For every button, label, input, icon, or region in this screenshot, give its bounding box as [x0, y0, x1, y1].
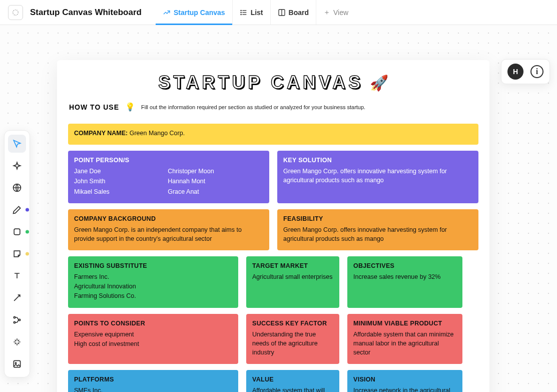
view-label: Board	[289, 9, 309, 17]
list-item: Farming Solutions Co.	[74, 291, 232, 300]
sticky-note-tool[interactable]	[8, 245, 26, 263]
body: Green Mango Corp. offers innovative harv…	[283, 167, 472, 185]
pen-tool[interactable]	[8, 201, 26, 219]
point-persons-list: Jane Doe Christoper Moon John Smith Hann…	[74, 167, 263, 196]
heading: MINIMUM VIABLE PRODUCT	[353, 319, 456, 328]
svg-point-15	[15, 362, 17, 364]
company-name-value: Green Mango Corp.	[130, 130, 185, 137]
list-item: Farmers Inc.	[74, 272, 232, 281]
view-label: List	[251, 9, 263, 17]
svg-point-12	[14, 321, 15, 323]
shape-tool[interactable]	[8, 223, 26, 241]
heading: SUCCESS KEY FACTOR	[252, 319, 333, 328]
cell-target-market[interactable]: TARGET MARKET Agricultural small enterpr…	[246, 256, 339, 308]
body: Increase sales revenue by 32%	[353, 272, 456, 281]
cell-points-to-consider[interactable]: POINTS TO CONSIDER Expensive equipment H…	[68, 314, 238, 364]
cell-company-background[interactable]: COMPANY BACKGROUND Green Mango Corp. is …	[68, 209, 269, 250]
svg-point-13	[19, 319, 20, 320]
cell-existing-substitute[interactable]: EXISTING SUBSTITUTE Farmers Inc. Agricul…	[68, 256, 238, 308]
heading: FEASIBILITY	[283, 214, 472, 223]
cell-platforms[interactable]: PLATFORMS SMEs Inc. Social Media Partner…	[68, 370, 238, 392]
cell-value[interactable]: VALUE Affordable system that will lessen…	[246, 370, 339, 392]
view-label: Startup Canvas	[174, 9, 225, 17]
heading: TARGET MARKET	[252, 261, 333, 270]
view-label: View	[333, 9, 348, 17]
heading: PLATFORMS	[74, 375, 232, 384]
body: Affordable system that will lessen the m…	[252, 386, 333, 392]
cell-vision[interactable]: VISION Increase network in the agricultu…	[347, 370, 462, 392]
text-tool[interactable]	[8, 267, 26, 285]
shape-color-dot	[26, 230, 29, 234]
floating-user-info: H i	[501, 59, 550, 84]
expand-index-button[interactable]	[8, 5, 23, 20]
left-toolbar	[4, 130, 30, 377]
heading: EXISTING SUBSTITUTE	[74, 261, 232, 270]
svg-point-11	[14, 316, 15, 318]
view-board[interactable]: Board	[270, 0, 316, 25]
heading: KEY SOLUTION	[283, 156, 472, 165]
list-item: Mikael Sales	[74, 187, 159, 196]
heading: VALUE	[252, 375, 333, 384]
pen-color-dot	[26, 208, 29, 212]
svg-point-5	[241, 12, 241, 13]
cell-key-solution[interactable]: KEY SOLUTION Green Mango Corp. offers in…	[277, 151, 478, 203]
body: Affordable system that can minimize manu…	[353, 330, 456, 357]
list-item: Jane Doe	[74, 167, 159, 176]
heading: POINTS TO CONSIDER	[74, 319, 232, 328]
image-tool[interactable]	[8, 355, 26, 373]
howto-section: HOW TO USE 💡 Fill out the information re…	[57, 102, 489, 118]
add-view[interactable]: ＋ View	[316, 0, 355, 25]
list-item: Agricultural Innovation	[74, 282, 232, 291]
body: Green Mango Corp. offers innovative harv…	[283, 225, 472, 243]
ai-tool[interactable]	[8, 157, 26, 175]
heading: POINT PERSON/S	[74, 156, 263, 165]
diagram-tool[interactable]	[8, 311, 26, 329]
view-startup-canvas[interactable]: Startup Canvas	[156, 0, 232, 25]
board-title-text: STARTUP CANVAS	[158, 72, 363, 93]
body: Increase network in the agricultural sec…	[353, 386, 456, 392]
cell-company-name[interactable]: COMPANY NAME: Green Mango Corp.	[68, 124, 478, 145]
svg-point-6	[241, 14, 241, 15]
body: Understanding the true needs of the agri…	[252, 330, 333, 357]
cell-success-factor[interactable]: SUCCESS KEY FACTOR Understanding the tru…	[246, 314, 339, 364]
board-title: STARTUP CANVAS 🚀	[57, 72, 489, 93]
page-title: Startup Canvas Whiteboard	[30, 8, 142, 18]
body: Agricultural small enterprises	[252, 272, 333, 281]
svg-rect-14	[14, 360, 20, 367]
heading: VISION	[353, 375, 456, 384]
svg-rect-10	[14, 229, 20, 235]
list-item: Grace Anat	[168, 187, 263, 196]
web-tool[interactable]	[8, 179, 26, 197]
list-item: Expensive equipment	[74, 330, 232, 339]
heading: OBJECTIVES	[353, 261, 456, 270]
body: Green Mango Corp. is an independent comp…	[74, 225, 263, 243]
cell-point-persons[interactable]: POINT PERSON/S Jane Doe Christoper Moon …	[68, 151, 269, 203]
topbar: Startup Canvas Whiteboard Startup Canvas…	[0, 0, 557, 25]
list-item: Hannah Mont	[168, 177, 263, 186]
sticky-color-dot	[26, 252, 29, 256]
howto-label: HOW TO USE	[69, 103, 119, 111]
cell-feasibility[interactable]: FEASIBILITY Green Mango Corp. offers inn…	[277, 209, 478, 250]
company-name-label: COMPANY NAME:	[74, 130, 128, 137]
list-item: High cost of investment	[74, 339, 232, 348]
sparkle-tool[interactable]	[8, 333, 26, 351]
whiteboard-document[interactable]: STARTUP CANVAS 🚀 HOW TO USE 💡 Fill out t…	[57, 60, 489, 392]
list-item: SMEs Inc.	[74, 386, 232, 392]
heading: COMPANY BACKGROUND	[74, 214, 263, 223]
howto-text: Fill out the information required per se…	[141, 104, 365, 110]
view-list[interactable]: List	[232, 0, 270, 25]
canvas-area[interactable]: H i STARTUP CANVAS 🚀 HOW TO USE 💡 Fill o…	[0, 25, 557, 392]
cell-mvp[interactable]: MINIMUM VIABLE PRODUCT Affordable system…	[347, 314, 462, 364]
svg-point-0	[13, 10, 19, 15]
svg-point-4	[241, 10, 241, 11]
cell-objectives[interactable]: OBJECTIVES Increase sales revenue by 32%	[347, 256, 462, 308]
list-item: Christoper Moon	[168, 167, 263, 176]
view-tabs: Startup Canvas List Board ＋ View	[156, 0, 355, 25]
lightbulb-icon: 💡	[125, 102, 135, 112]
cursor-tool[interactable]	[8, 135, 26, 153]
user-avatar[interactable]: H	[507, 64, 523, 80]
connector-tool[interactable]	[8, 289, 26, 307]
info-icon[interactable]: i	[530, 65, 543, 78]
rocket-icon: 🚀	[370, 74, 388, 92]
list-item: John Smith	[74, 177, 159, 186]
